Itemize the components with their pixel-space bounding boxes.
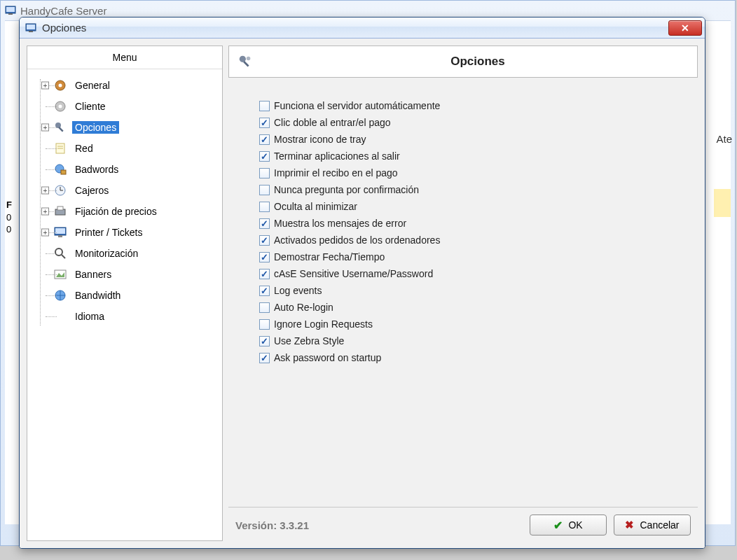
tree-item-fijaci-n-de-precios[interactable]: +Fijación de precios: [33, 201, 219, 222]
tree-expander[interactable]: +: [41, 82, 49, 90]
option-label: Terminar aplicaciones al salir: [274, 150, 400, 162]
option-row: Use Zebra Style: [259, 332, 698, 349]
cancel-button[interactable]: ✖ Cancelar: [614, 514, 691, 536]
svg-rect-1: [6, 7, 15, 12]
tree-label: Opciones: [72, 121, 119, 134]
tree-expander[interactable]: +: [41, 187, 49, 195]
menu-header: Menu: [27, 46, 222, 69]
checkbox[interactable]: [259, 286, 270, 296]
option-label: Ask password on startup: [274, 352, 381, 363]
bg-row1: 0: [6, 212, 11, 223]
tree-label: Banners: [72, 268, 114, 281]
tree-item-general[interactable]: +General: [33, 75, 219, 96]
checkbox[interactable]: [259, 235, 270, 246]
globe-icon: [53, 288, 68, 303]
option-label: Clic doble al entrar/el pago: [274, 117, 391, 128]
checkbox[interactable]: [259, 185, 270, 195]
tree-item-banners[interactable]: Banners: [33, 264, 219, 285]
option-row: Terminar aplicaciones al salir: [259, 148, 698, 164]
svg-rect-16: [61, 170, 66, 174]
option-label: Muestra los mensajes de error: [274, 218, 406, 229]
ok-label: OK: [568, 519, 582, 531]
tree-item-cajeros[interactable]: +Cajeros: [33, 180, 219, 201]
dialog-footer: Versión: 3.3.21 ✔ OK ✖ Cancelar: [228, 507, 698, 541]
option-row: Mostrar icono de tray: [259, 131, 698, 148]
checkbox[interactable]: [259, 252, 270, 262]
checkbox[interactable]: [259, 134, 270, 145]
checkbox[interactable]: [259, 336, 270, 346]
content-title: Opciones: [267, 55, 689, 69]
blank-icon: [53, 309, 68, 324]
close-button[interactable]: ✕: [668, 20, 702, 36]
picture-icon: [53, 267, 68, 282]
option-row: Log events: [259, 282, 698, 299]
svg-rect-2: [8, 13, 13, 15]
option-row: Ignore Login Requests: [259, 316, 698, 332]
tree-item-monitorizaci-n[interactable]: Monitorización: [33, 243, 219, 264]
bg-highlight: [714, 189, 731, 217]
tree-item-cliente[interactable]: Cliente: [33, 96, 219, 117]
monitor-icon: [53, 225, 68, 240]
option-label: Activados pedidos de los ordenadores: [274, 234, 440, 246]
checkbox[interactable]: [259, 319, 270, 330]
option-row: Funciona el servidor automáticamente: [259, 97, 698, 114]
option-row: Oculta al minimizar: [259, 198, 698, 215]
tree-expander[interactable]: +: [41, 208, 49, 216]
tools-icon: [237, 54, 253, 69]
clock-icon: [53, 183, 68, 198]
option-row: Ask password on startup: [259, 349, 698, 366]
content-header: Opciones: [228, 46, 698, 78]
option-row: Imprimir el recibo en el pago: [259, 164, 698, 181]
option-label: cAsE Sensitive Username/Password: [274, 268, 433, 279]
dialog-titlebar[interactable]: Opciones ✕: [20, 18, 705, 38]
option-row: cAsE Sensitive Username/Password: [259, 265, 698, 282]
app-icon: [25, 22, 36, 34]
dialog-title: Opciones: [42, 22, 86, 34]
tree-label: Idioma: [72, 310, 107, 323]
checkbox[interactable]: [259, 101, 270, 111]
svg-rect-23: [55, 228, 65, 234]
option-label: Oculta al minimizar: [274, 201, 357, 212]
bg-right-label: Ate: [716, 133, 732, 145]
checkbox[interactable]: [259, 269, 270, 279]
tree-item-badwords[interactable]: Badwords: [33, 159, 219, 180]
ok-button[interactable]: ✔ OK: [530, 514, 607, 536]
checkbox[interactable]: [259, 202, 270, 212]
gear-color-icon: [53, 78, 68, 93]
option-label: Auto Re-login: [274, 302, 333, 313]
option-row: Muestra los mensajes de error: [259, 215, 698, 232]
checkbox[interactable]: [259, 118, 270, 128]
tree-item-printer-tickets[interactable]: +Printer / Tickets: [33, 222, 219, 243]
lens-icon: [53, 246, 68, 261]
tree-label: Red: [72, 142, 96, 155]
options-dialog: Opciones ✕ Menu +GeneralCliente+Opciones…: [19, 17, 705, 549]
menu-panel: Menu +GeneralCliente+OpcionesRedBadwords…: [27, 46, 223, 541]
app-icon: [5, 5, 16, 16]
tree-label: Printer / Tickets: [72, 226, 145, 239]
svg-rect-4: [27, 24, 35, 29]
svg-point-32: [247, 57, 251, 61]
option-label: Imprimir el recibo en el pago: [274, 167, 398, 178]
checkbox[interactable]: [259, 302, 270, 313]
tree-item-bandwidth[interactable]: Bandwidth: [33, 285, 219, 306]
cancel-label: Cancelar: [640, 519, 679, 531]
gear-icon: [53, 99, 68, 114]
checkbox[interactable]: [259, 168, 270, 178]
svg-point-25: [55, 248, 62, 255]
tree-item-opciones[interactable]: +Opciones: [33, 117, 219, 138]
printer-icon: [53, 204, 68, 219]
option-label: Demostrar Fecha/Tiempo: [274, 251, 385, 262]
svg-rect-21: [57, 206, 63, 210]
tree-item-idioma[interactable]: Idioma: [33, 306, 219, 327]
checkbox[interactable]: [259, 353, 270, 363]
svg-point-9: [59, 105, 62, 108]
checkbox[interactable]: [259, 151, 270, 162]
tree-expander[interactable]: +: [41, 124, 49, 132]
tree-expander[interactable]: +: [41, 229, 49, 237]
tree-item-red[interactable]: Red: [33, 138, 219, 159]
check-icon: ✔: [553, 519, 563, 532]
tree-label: Cajeros: [72, 184, 111, 197]
option-row: Nunca pregunta por confirmación: [259, 181, 698, 198]
option-label: Use Zebra Style: [274, 335, 344, 346]
checkbox[interactable]: [259, 218, 270, 229]
